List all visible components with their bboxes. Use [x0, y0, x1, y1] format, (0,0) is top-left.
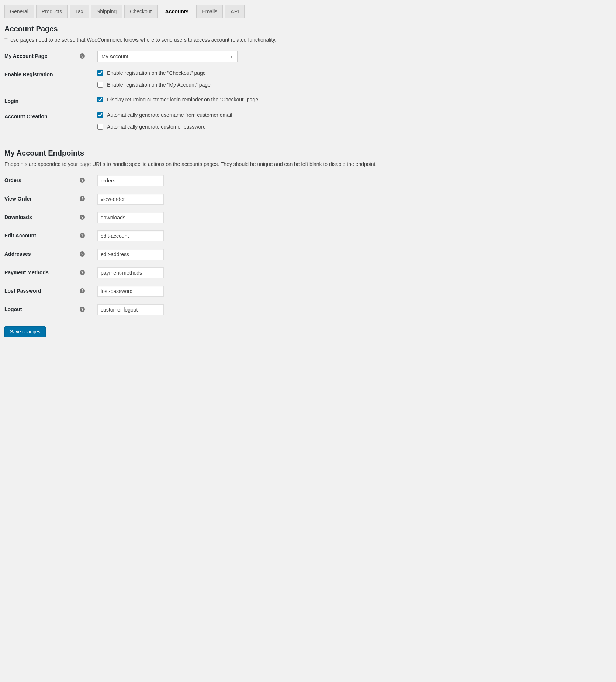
input-downloads[interactable]: [97, 212, 164, 223]
label-lost-password: Lost Password: [4, 288, 41, 294]
tab-emails[interactable]: Emails: [196, 5, 223, 18]
input-lost-password[interactable]: [97, 286, 164, 297]
settings-tabs: General Products Tax Shipping Checkout A…: [4, 4, 378, 18]
input-view-order[interactable]: [97, 194, 164, 205]
label-logout: Logout: [4, 306, 22, 312]
label-my-account-page: My Account Page: [4, 53, 47, 59]
section-title-endpoints: My Account Endpoints: [4, 149, 378, 157]
help-icon[interactable]: ?: [80, 53, 85, 59]
section-desc-account-pages: These pages need to be set so that WooCo…: [4, 37, 378, 43]
tab-general[interactable]: General: [4, 5, 34, 18]
tab-shipping[interactable]: Shipping: [91, 5, 122, 18]
section-title-account-pages: Account Pages: [4, 25, 378, 33]
label-addresses: Addresses: [4, 251, 31, 257]
input-payment-methods[interactable]: [97, 267, 164, 278]
help-icon[interactable]: ?: [80, 178, 85, 183]
tab-api[interactable]: API: [225, 5, 245, 18]
tab-products[interactable]: Products: [36, 5, 68, 18]
input-addresses[interactable]: [97, 249, 164, 260]
tab-accounts[interactable]: Accounts: [160, 5, 194, 18]
checkbox-label: Automatically generate customer password: [107, 124, 206, 130]
save-button[interactable]: Save changes: [4, 326, 46, 337]
input-edit-account[interactable]: [97, 230, 164, 241]
checkbox-login-reminder[interactable]: [97, 97, 103, 102]
help-icon[interactable]: ?: [80, 270, 85, 275]
checkbox-registration-myaccount[interactable]: [97, 82, 103, 88]
label-enable-registration: Enable Registration: [4, 72, 53, 77]
chevron-down-icon: ▼: [230, 55, 233, 59]
help-icon[interactable]: ?: [80, 196, 85, 201]
label-account-creation: Account Creation: [4, 114, 48, 119]
tab-tax[interactable]: Tax: [70, 5, 89, 18]
checkbox-auto-username[interactable]: [97, 112, 103, 118]
input-orders[interactable]: [97, 175, 164, 186]
checkbox-auto-password[interactable]: [97, 124, 103, 130]
checkbox-registration-checkout[interactable]: [97, 70, 103, 76]
section-desc-endpoints: Endpoints are appended to your page URLs…: [4, 161, 378, 167]
checkbox-label: Enable registration on the "Checkout" pa…: [107, 70, 206, 76]
input-logout[interactable]: [97, 304, 164, 315]
label-view-order: View Order: [4, 196, 32, 202]
help-icon[interactable]: ?: [80, 288, 85, 293]
help-icon[interactable]: ?: [80, 233, 85, 238]
help-icon[interactable]: ?: [80, 251, 85, 257]
help-icon[interactable]: ?: [80, 307, 85, 312]
my-account-page-value: My Account: [101, 53, 128, 59]
label-orders: Orders: [4, 177, 21, 183]
my-account-page-select[interactable]: My Account ▼: [97, 51, 238, 62]
label-login: Login: [4, 98, 18, 104]
label-downloads: Downloads: [4, 214, 32, 220]
checkbox-label: Display returning customer login reminde…: [107, 97, 258, 102]
checkbox-label: Automatically generate username from cus…: [107, 112, 232, 118]
label-edit-account: Edit Account: [4, 233, 36, 239]
tab-checkout[interactable]: Checkout: [124, 5, 157, 18]
help-icon[interactable]: ?: [80, 215, 85, 220]
checkbox-label: Enable registration on the "My Account" …: [107, 82, 211, 88]
label-payment-methods: Payment Methods: [4, 269, 49, 275]
